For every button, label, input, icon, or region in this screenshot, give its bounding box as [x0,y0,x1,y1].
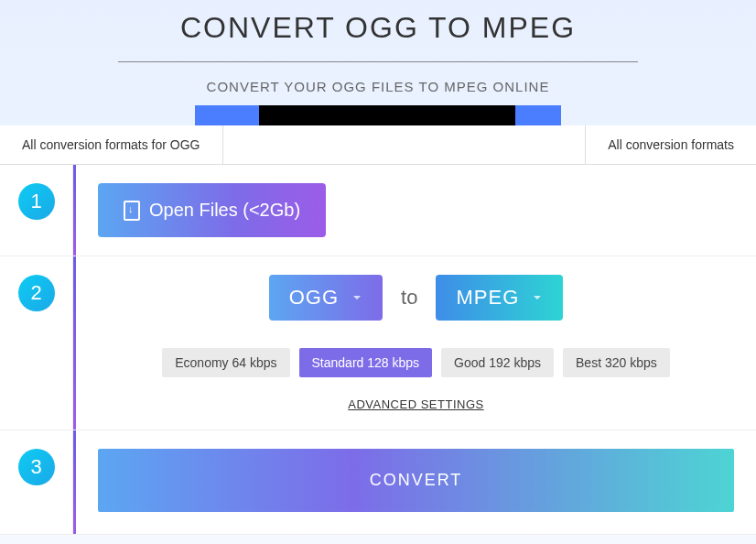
to-label: to [401,286,417,310]
bitrate-options-row: Economy 64 kbps Standard 128 kbps Good 1… [98,348,734,377]
step-3: 3 CONVERT [0,430,756,535]
chevron-down-icon [532,292,543,303]
to-format-select[interactable]: MPEG [436,275,563,321]
step-1: 1 Open Files (<2Gb) [0,165,756,256]
steps-container: 1 Open Files (<2Gb) 2 OGG to MPEG [0,165,756,535]
open-files-label: Open Files (<2Gb) [149,200,300,221]
tab-formats-ogg[interactable]: All conversion formats for OGG [0,125,223,164]
page-title: CONVERT OGG TO MPEG [0,11,756,45]
page-subtitle: CONVERT YOUR OGG FILES TO MPEG ONLINE [0,79,756,94]
bitrate-good-button[interactable]: Good 192 kbps [441,348,554,377]
step-1-badge: 1 [18,183,55,220]
step-3-badge: 3 [18,449,55,485]
open-files-button[interactable]: Open Files (<2Gb) [98,183,326,237]
format-select-row: OGG to MPEG [98,275,734,321]
step-2-content: OGG to MPEG Economy 64 kbps Standard 128… [73,256,756,430]
from-format-select[interactable]: OGG [269,275,383,321]
advanced-settings-link[interactable]: ADVANCED SETTINGS [98,397,734,411]
step-3-content: CONVERT [73,430,756,534]
step-number-col: 1 [0,165,73,256]
convert-button[interactable]: CONVERT [98,449,734,512]
bitrate-best-button[interactable]: Best 320 kbps [563,348,670,377]
format-tabs-row: All conversion formats for OGG All conve… [0,125,756,165]
file-download-icon [124,201,140,221]
page-header: CONVERT OGG TO MPEG CONVERT YOUR OGG FIL… [0,0,756,125]
banner-bar [195,105,561,125]
tab-formats-right[interactable]: All conversion formats [585,125,756,164]
step-2: 2 OGG to MPEG Economy 64 kbps Standard 1… [0,256,756,430]
from-format-label: OGG [289,286,339,310]
bitrate-economy-button[interactable]: Economy 64 kbps [162,348,289,377]
to-format-label: MPEG [456,286,519,310]
bitrate-standard-button[interactable]: Standard 128 kbps [299,348,433,377]
step-number-col: 3 [0,430,73,534]
step-1-content: Open Files (<2Gb) [73,165,756,256]
step-2-badge: 2 [18,275,55,311]
title-divider [118,61,638,62]
step-number-col: 2 [0,256,73,430]
chevron-down-icon [351,292,362,303]
banner-bar-inner [259,105,515,125]
